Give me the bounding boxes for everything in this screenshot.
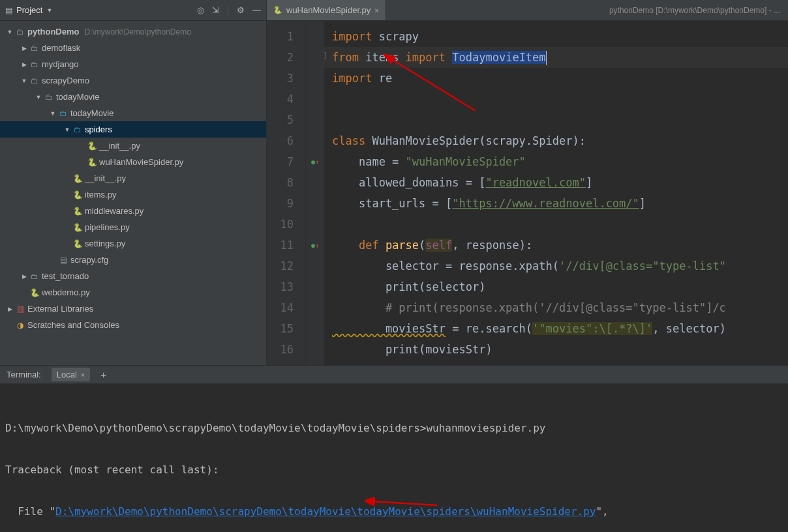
locate-icon[interactable]: ◎ (197, 5, 204, 15)
terminal-line: Traceback (most recent call last): (5, 460, 783, 480)
tree-item[interactable]: ▶🗀demoflask (0, 40, 266, 56)
editor-tab[interactable]: 🐍 wuHanMovieSpider.py × (267, 0, 386, 20)
line-number[interactable]: 4 (267, 89, 305, 110)
scratch-icon: ◑ (14, 321, 26, 330)
chevron-icon[interactable]: ▶ (5, 306, 14, 312)
tree-item-label: wuHanMovieSpider.py (99, 157, 183, 167)
folder-icon: 🗀 (14, 27, 26, 37)
collapse-all-icon[interactable]: ⇲ (212, 5, 219, 15)
python-file-icon: 🐍 (72, 207, 83, 216)
code-area[interactable]: 12345678910111213141516 ●↑●↑ import scra… (267, 21, 788, 365)
tree-item[interactable]: 🐍__init__.py (0, 170, 266, 186)
line-number[interactable]: 13 (267, 276, 305, 297)
terminal-output[interactable]: D:\mywork\Demo\pythonDemo\scrapyDemo\tod… (0, 384, 788, 532)
tree-item-label: External Libraries (27, 304, 93, 314)
close-icon[interactable]: × (374, 7, 378, 14)
project-tree[interactable]: ▼🗀pythonDemoD:\mywork\Demo\pythonDemo▶🗀d… (0, 21, 266, 336)
tree-item-label: scrapy.cfg (70, 255, 108, 265)
tree-item[interactable]: ▶🗀mydjango (0, 56, 266, 72)
minimize-icon[interactable]: — (252, 5, 261, 15)
chevron-icon[interactable]: ▶ (20, 61, 29, 68)
line-number[interactable]: 6 (267, 130, 305, 151)
line-number[interactable]: 10 (267, 214, 305, 235)
chevron-icon[interactable]: ▶ (20, 273, 29, 280)
line-number[interactable]: 14 (267, 297, 305, 318)
tree-item[interactable]: ▼🗀scrapyDemo (0, 72, 266, 89)
tree-item-label: pipelines.py (85, 222, 130, 232)
folder-icon: 🗀 (57, 109, 69, 118)
tree-item[interactable]: 🐍wuHanMovieSpider.py (0, 154, 266, 170)
folder-icon: 🗀 (72, 125, 83, 134)
chevron-icon[interactable]: ▶ (20, 45, 29, 52)
tree-item[interactable]: ▼🗀todayMovie (0, 89, 266, 105)
new-terminal-button[interactable]: + (100, 369, 106, 380)
tree-item[interactable]: 🐍webdemo.py (0, 284, 266, 301)
folder-icon: 🗀 (29, 76, 40, 85)
tree-item[interactable]: ▶▥External Libraries (0, 301, 266, 317)
chevron-down-icon[interactable]: ▼ (46, 7, 52, 14)
tree-item[interactable]: ▼🗀todayMovie (0, 105, 266, 121)
line-number[interactable]: 2 (267, 47, 305, 68)
python-file-icon: 🐍 (72, 239, 83, 248)
line-number[interactable]: 1 (267, 26, 305, 47)
tree-item-label: demoflask (42, 43, 80, 53)
tree-item[interactable]: 🐍__init__.py (0, 138, 266, 154)
line-number[interactable]: 5 (267, 110, 305, 130)
window-title: pythonDemo [D:\mywork\Demo\pythonDemo] -… (609, 6, 788, 15)
tree-item[interactable]: ▤scrapy.cfg (0, 252, 266, 268)
tree-item-label: scrapyDemo (42, 76, 89, 85)
tree-item-label: todayMovie (56, 92, 99, 102)
folder-icon: 🗀 (43, 93, 55, 102)
tree-item[interactable]: ▶🗀test_tornado (0, 268, 266, 284)
close-icon[interactable]: × (81, 371, 85, 379)
chevron-icon[interactable]: ▼ (5, 29, 14, 35)
line-number[interactable]: 15 (267, 318, 305, 339)
project-icon: ▤ (5, 6, 12, 15)
up-arrow-icon: ↑ (315, 242, 319, 249)
sidebar-title: Project (16, 5, 42, 15)
sidebar-header: ▤ Project ▼ ◎ ⇲ | ⚙ — (0, 0, 266, 21)
python-file-icon: 🐍 (86, 158, 98, 167)
line-number[interactable]: 16 (267, 339, 305, 360)
tree-item[interactable]: ▼🗀pythonDemoD:\mywork\Demo\pythonDemo (0, 23, 266, 40)
folder-icon: 🗀 (29, 272, 40, 281)
tree-item-label: pythonDemo (27, 27, 79, 37)
chevron-icon[interactable]: ▼ (48, 110, 57, 117)
text-cursor (546, 51, 547, 65)
tree-item[interactable]: ▼🗀spiders (0, 121, 266, 138)
editor-tabs: 🐍 wuHanMovieSpider.py × pythonDemo [D:\m… (267, 0, 788, 21)
line-number[interactable]: 11 (267, 235, 305, 256)
file-icon: ▤ (57, 256, 69, 265)
tree-item-label: todayMovie (70, 108, 114, 118)
line-number[interactable]: 9 (267, 193, 305, 214)
folder-icon: 🗀 (29, 44, 40, 53)
chevron-icon[interactable]: ▼ (34, 94, 43, 100)
line-number[interactable]: 8 (267, 172, 305, 193)
file-link[interactable]: D:\mywork\Demo\pythonDemo\scrapyDemo\tod… (55, 505, 596, 518)
line-number[interactable]: 12 (267, 256, 305, 276)
tree-item-label: webdemo.py (42, 288, 90, 297)
line-number[interactable]: 7 (267, 151, 305, 172)
editor-area: 🐍 wuHanMovieSpider.py × pythonDemo [D:\m… (267, 0, 788, 365)
chevron-icon[interactable]: ▼ (63, 126, 72, 133)
tree-item[interactable]: 🐍pipelines.py (0, 219, 266, 235)
tree-item-label: settings.py (85, 239, 125, 248)
folder-icon: 🗀 (29, 60, 40, 69)
gear-icon[interactable]: ⚙ (237, 5, 245, 15)
python-file-icon: 🐍 (273, 6, 282, 14)
tree-item[interactable]: 🐍settings.py (0, 235, 266, 252)
tree-item-label: middlewares.py (85, 206, 144, 216)
terminal-tab-local[interactable]: Local × (52, 368, 91, 381)
code-lines[interactable]: import scrapy –from items import Todaymo… (324, 21, 788, 365)
line-gutter[interactable]: 12345678910111213141516 (267, 21, 306, 365)
line-number[interactable]: 3 (267, 68, 305, 89)
terminal-panel: Terminal: Local × + D:\mywork\Demo\pytho… (0, 365, 788, 532)
tree-item[interactable]: ◑Scratches and Consoles (0, 317, 266, 333)
tree-item[interactable]: 🐍middlewares.py (0, 203, 266, 219)
fold-mark[interactable]: – (324, 52, 326, 59)
tree-item[interactable]: 🐍items.py (0, 186, 266, 203)
chevron-icon[interactable]: ▼ (20, 78, 29, 84)
python-file-icon: 🐍 (72, 190, 83, 200)
up-arrow-icon: ↑ (315, 158, 319, 166)
tab-filename: wuHanMovieSpider.py (286, 5, 371, 15)
